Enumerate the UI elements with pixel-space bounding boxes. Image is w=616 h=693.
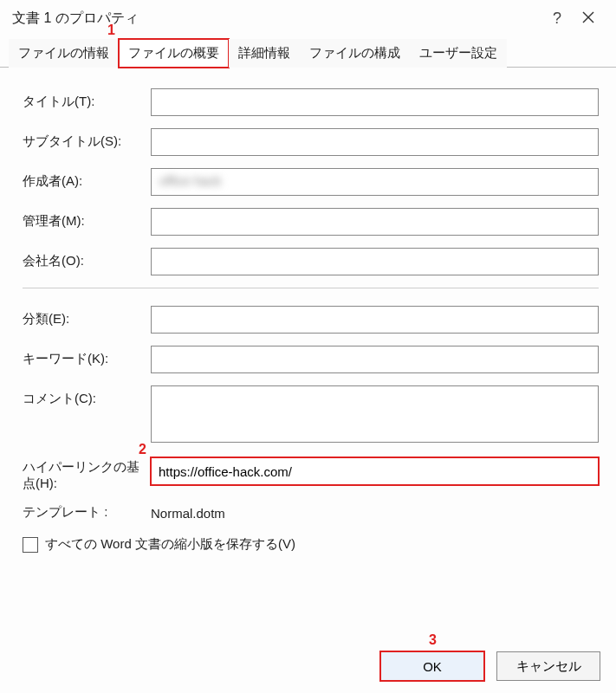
label-subtitle: サブタイトル(S):	[23, 128, 151, 150]
separator	[23, 288, 599, 288]
tab-summary[interactable]: ファイルの概要	[119, 39, 229, 68]
label-title: タイトル(T):	[23, 88, 151, 110]
annotation-marker-1: 1	[107, 23, 115, 38]
label-company: 会社名(O):	[23, 248, 151, 269]
close-icon	[582, 11, 594, 23]
checkbox-icon	[23, 537, 38, 553]
label-comment: コメント(C):	[23, 385, 151, 407]
label-save-thumbnail: すべての Word 文書の縮小版を保存する(V)	[45, 536, 295, 553]
label-template: テンプレート :	[23, 504, 151, 521]
value-template: Normal.dotm	[151, 504, 225, 521]
label-hyperlink: ハイパーリンクの基点(H):	[23, 457, 151, 492]
input-manager[interactable]	[151, 208, 599, 236]
help-button[interactable]: ?	[541, 10, 573, 28]
input-keywords[interactable]	[151, 346, 599, 373]
input-company[interactable]	[151, 248, 599, 275]
tab-bar: ファイルの情報 ファイルの概要 詳細情報 ファイルの構成 ユーザー設定	[0, 38, 616, 68]
tab-file-info[interactable]: ファイルの情報	[9, 39, 119, 68]
input-category[interactable]	[151, 306, 599, 334]
annotation-marker-2: 2	[139, 442, 146, 457]
close-button[interactable]	[573, 10, 604, 28]
dialog-footer: 3 OK キャンセル	[380, 651, 600, 681]
label-category: 分類(E):	[23, 306, 151, 327]
input-subtitle[interactable]	[151, 128, 599, 156]
tab-user-settings[interactable]: ユーザー設定	[410, 39, 507, 68]
tab-details[interactable]: 詳細情報	[229, 39, 300, 68]
author-blurred-value: office hack	[156, 173, 221, 188]
cancel-button[interactable]: キャンセル	[496, 651, 600, 681]
tab-structure[interactable]: ファイルの構成	[300, 39, 410, 68]
save-thumbnail-checkbox[interactable]: すべての Word 文書の縮小版を保存する(V)	[23, 536, 599, 553]
label-author: 作成者(A):	[23, 168, 151, 190]
title-bar: 文書 1 のプロパティ ?	[0, 0, 616, 38]
annotation-marker-3: 3	[429, 632, 437, 648]
label-keywords: キーワード(K):	[23, 346, 151, 367]
input-comment[interactable]	[151, 385, 599, 443]
label-manager: 管理者(M):	[23, 208, 151, 230]
ok-button[interactable]: OK	[380, 651, 484, 681]
summary-panel: タイトル(T): サブタイトル(S): 作成者(A): office hack …	[0, 68, 616, 572]
input-hyperlink-base[interactable]	[151, 457, 599, 485]
input-title[interactable]	[151, 88, 599, 116]
window-title: 文書 1 のプロパティ	[12, 10, 541, 28]
